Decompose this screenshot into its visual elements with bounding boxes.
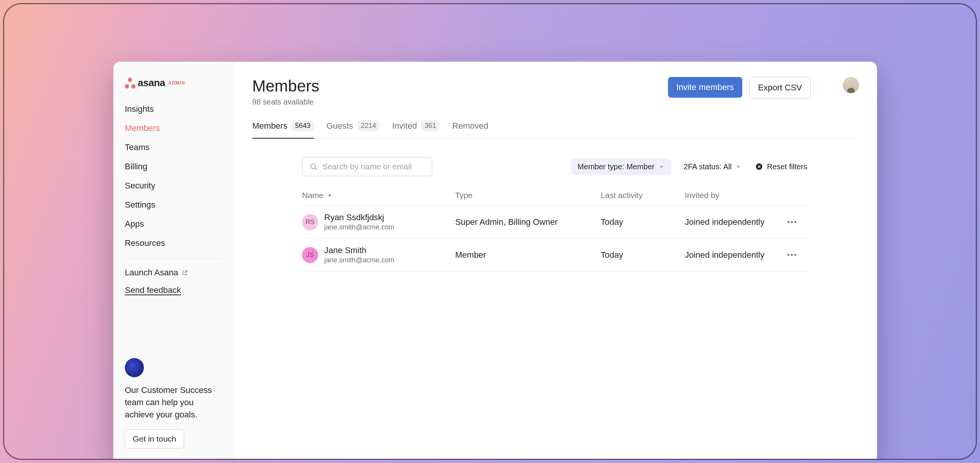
cell-invited-by: Joined independently	[685, 250, 786, 260]
export-csv-button[interactable]: Export CSV	[749, 77, 811, 98]
reset-filters-label: Reset filters	[767, 162, 807, 171]
sidebar-item-resources[interactable]: Resources	[113, 234, 234, 253]
tab-guests[interactable]: Guests 2214	[327, 120, 380, 138]
cell-type: Member	[455, 250, 601, 260]
send-feedback-link[interactable]: Send feedback	[113, 281, 234, 299]
table-row[interactable]: RS Ryan Ssdkfjdskj jane.smith@acme.com S…	[302, 206, 809, 239]
svg-point-0	[311, 164, 316, 169]
brand-logo: asana ADMIN	[113, 77, 234, 100]
chevron-down-icon	[658, 164, 665, 170]
column-label: Last activity	[601, 191, 643, 200]
clear-icon	[755, 163, 763, 170]
current-user-avatar[interactable]	[843, 77, 859, 93]
sidebar-item-insights[interactable]: Insights	[113, 100, 234, 119]
tab-label: Removed	[452, 121, 488, 131]
table-row[interactable]: JS Jane Smith jane.smith@acme.com Member…	[302, 239, 809, 272]
cell-last-activity: Today	[601, 250, 685, 260]
tab-badge: 2214	[357, 120, 380, 131]
tab-label: Invited	[392, 121, 417, 131]
sidebar-item-apps[interactable]: Apps	[113, 214, 234, 234]
sidebar-divider	[125, 258, 222, 258]
customer-success-block: Our Customer Success team can help you a…	[113, 358, 234, 448]
cell-invited-by: Joined independently	[685, 217, 786, 227]
search-field[interactable]	[302, 157, 432, 176]
toolbar: Member type: Member 2FA status: All Rese…	[252, 157, 859, 176]
user-name: Jane Smith	[324, 245, 394, 255]
column-type[interactable]: Type	[455, 191, 601, 200]
filter-label: Member type: Member	[578, 162, 655, 171]
column-name[interactable]: Name	[302, 191, 455, 200]
sidebar: asana ADMIN Insights Members Teams Billi…	[113, 62, 234, 460]
tab-badge: 5643	[291, 120, 314, 131]
tab-label: Guests	[327, 121, 353, 131]
wallpaper-frame: asana ADMIN Insights Members Teams Billi…	[3, 3, 977, 460]
launch-asana-link[interactable]: Launch Asana	[113, 264, 234, 281]
column-invited-by[interactable]: Invited by	[685, 191, 786, 200]
column-label: Name	[302, 191, 323, 200]
tab-members[interactable]: Members 5643	[252, 120, 314, 138]
asana-logo-icon	[125, 78, 136, 88]
sidebar-item-members[interactable]: Members	[113, 119, 234, 138]
brand-name: asana	[138, 77, 165, 89]
cell-last-activity: Today	[601, 217, 685, 227]
admin-tag: ADMIN	[168, 80, 185, 86]
page-title: Members	[252, 77, 319, 95]
reset-filters-button[interactable]: Reset filters	[754, 159, 809, 175]
user-avatar: RS	[302, 214, 318, 230]
column-label: Invited by	[685, 191, 719, 200]
2fa-status-filter[interactable]: 2FA status: All	[679, 159, 746, 175]
column-last-activity[interactable]: Last activity	[601, 191, 685, 200]
chevron-down-icon	[735, 164, 742, 170]
page-header: Members 98 seats available Invite member…	[252, 77, 859, 106]
member-type-filter[interactable]: Member type: Member	[571, 159, 671, 175]
sort-desc-icon	[327, 192, 333, 198]
tab-label: Members	[252, 121, 287, 131]
sidebar-item-teams[interactable]: Teams	[113, 138, 234, 157]
header-divider	[821, 77, 821, 95]
launch-asana-label: Launch Asana	[125, 268, 178, 278]
sidebar-item-security[interactable]: Security	[113, 176, 234, 195]
column-label: Type	[455, 191, 473, 200]
customer-success-text: Our Customer Success team can help you a…	[125, 384, 222, 421]
sidebar-item-billing[interactable]: Billing	[113, 157, 234, 176]
user-email: jane.smith@acme.com	[324, 223, 394, 231]
row-actions-button[interactable]	[786, 249, 797, 261]
tabs: Members 5643 Guests 2214 Invited 361 Rem…	[252, 120, 859, 139]
main-content: Members 98 seats available Invite member…	[234, 62, 877, 460]
external-link-icon	[182, 270, 188, 276]
row-actions-button[interactable]	[786, 216, 797, 228]
table-header: Name Type Last activity Invited by	[302, 185, 809, 206]
members-table: Name Type Last activity Invited by RS Ry…	[252, 185, 859, 272]
user-avatar: JS	[302, 247, 318, 263]
tab-invited[interactable]: Invited 361	[392, 120, 440, 138]
cell-type: Super Admin, Billing Owner	[455, 217, 601, 227]
invite-members-button[interactable]: Invite members	[668, 77, 742, 98]
admin-window: asana ADMIN Insights Members Teams Billi…	[113, 62, 877, 460]
tab-badge: 361	[421, 120, 440, 131]
get-in-touch-button[interactable]: Get in touch	[125, 429, 184, 448]
customer-success-icon	[125, 358, 144, 377]
sidebar-nav: Insights Members Teams Billing Security …	[113, 100, 234, 253]
user-name: Ryan Ssdkfjdskj	[324, 213, 394, 223]
search-input[interactable]	[322, 162, 425, 171]
user-email: jane.smith@acme.com	[324, 256, 394, 264]
tab-removed[interactable]: Removed	[452, 120, 488, 138]
filter-label: 2FA status: All	[684, 162, 732, 171]
sidebar-item-settings[interactable]: Settings	[113, 195, 234, 214]
search-icon	[309, 162, 318, 171]
seats-available: 98 seats available	[252, 98, 319, 106]
